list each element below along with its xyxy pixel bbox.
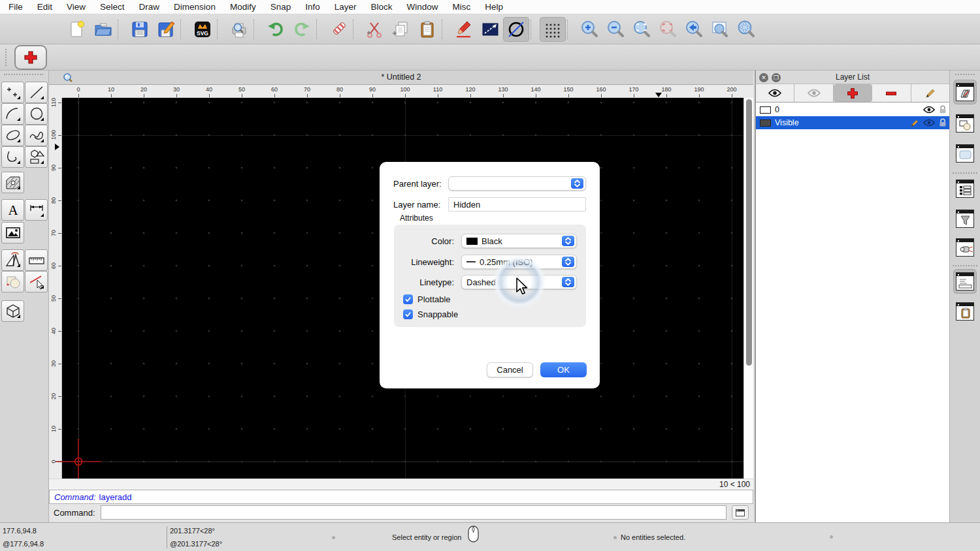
menu-item-help[interactable]: Help [485,2,503,12]
plottable-checkbox-row[interactable]: Plottable [403,294,451,304]
new-document-button[interactable] [64,17,90,42]
menu-item-dimension[interactable]: Dimension [174,2,216,12]
snappable-checkbox-row[interactable]: Snappable [403,309,458,319]
undo-icon [266,20,286,39]
dock-drag-handle[interactable] [955,74,975,75]
scrollbar-thumb[interactable] [746,99,752,366]
spline-tool-button[interactable] [25,125,48,146]
save-button[interactable] [127,17,153,42]
menu-item-modify[interactable]: Modify [230,2,256,12]
isometric-mode-button[interactable] [503,17,529,42]
ok-button[interactable]: OK [540,362,587,377]
new-document-icon [67,20,87,39]
polygon-tool-button[interactable] [25,146,48,168]
command-input[interactable] [101,505,727,520]
command-line-dock-button[interactable] [953,269,977,294]
print-preview-button[interactable] [226,17,252,42]
draw-pen-button[interactable] [451,17,477,42]
delete-entities-button[interactable] [325,17,351,42]
hatch-tool-button[interactable] [1,172,24,193]
layer-lock-icon[interactable] [939,118,947,127]
checkbox-checked-icon[interactable] [403,309,413,319]
show-all-layers-button[interactable] [756,84,794,102]
add-toolbar-button[interactable] [14,45,47,70]
command-history: Command: layeradd [49,490,753,504]
orthogonal-mode-button[interactable] [477,17,503,42]
hide-all-layers-button[interactable] [794,84,833,102]
selection-filter-dock-button[interactable] [953,206,977,231]
measure-tool-button[interactable] [25,249,48,271]
layer-list-dock-button[interactable] [953,80,977,104]
layer-visibility-icon[interactable] [923,119,935,127]
menu-item-window[interactable]: Window [407,2,438,12]
line-tool-button[interactable] [25,82,48,103]
zoom-auto-button[interactable] [629,17,655,42]
export-svg-button[interactable]: SVG [189,17,216,42]
layer-visibility-icon[interactable] [923,106,935,114]
grid-toggle-button[interactable] [540,17,566,42]
zoom-window-button[interactable] [707,17,733,42]
order-tool-button[interactable] [1,271,24,292]
zoom-out-button[interactable] [602,17,629,42]
menu-item-block[interactable]: Block [371,2,393,12]
zoom-pan-button[interactable] [733,17,759,42]
menu-item-layer[interactable]: Layer [335,2,357,12]
ellipse-tool-button[interactable] [1,125,24,146]
menu-item-select[interactable]: Select [100,2,125,12]
library-browser-dock-icon [956,144,974,163]
paste-button[interactable] [414,17,440,42]
view-dock-button[interactable] [953,235,977,260]
layer-row-0[interactable]: 0 [756,103,949,116]
zoom-selection-button[interactable] [655,17,681,42]
menu-item-info[interactable]: Info [305,2,320,12]
image-tool-button[interactable] [1,222,24,244]
cut-button[interactable] [362,17,388,42]
checkbox-checked-icon[interactable] [403,294,413,304]
detach-command-button[interactable] [732,505,749,520]
save-as-button[interactable] [153,17,179,42]
drafting-tools-button[interactable] [1,249,24,271]
action-hint: Select entity or region [392,533,461,541]
block-list-dock-button[interactable] [953,111,977,136]
layer-row-visible[interactable]: Visible [756,116,949,129]
layer-name: 0 [775,105,779,114]
menu-item-misc[interactable]: Misc [453,2,471,12]
open-file-button[interactable] [90,17,116,42]
menu-item-view[interactable]: View [67,2,86,12]
edit-layer-button[interactable] [911,84,949,102]
layer-lock-icon[interactable] [939,105,947,114]
add-layer-button[interactable] [834,84,872,102]
toolbar-drag-handle[interactable] [5,49,10,66]
layer-edit-icon[interactable] [910,118,919,127]
layer-name-field[interactable]: Hidden [448,197,586,212]
menu-item-snap[interactable]: Snap [270,2,291,12]
redo-button[interactable] [289,17,315,42]
dimension-tool-button[interactable] [25,199,48,221]
delete-selected-tool-button[interactable] [25,271,48,292]
cancel-button[interactable]: Cancel [487,362,533,377]
points-tool-button[interactable] [1,82,24,103]
add-layer-dialog: Parent layer: Layer name: Hidden Attribu… [380,162,600,388]
property-list-dock-button[interactable] [953,176,977,201]
library-browser-dock-button[interactable] [953,141,977,166]
dock-drag-handle[interactable] [4,74,43,75]
clipboard-dock-button[interactable] [953,299,977,324]
arc-tool-button[interactable] [1,103,24,125]
undo-button[interactable] [263,17,289,42]
zoom-in-button[interactable] [576,17,602,42]
color-select[interactable]: Black [461,234,577,248]
secondary-toolbar [0,44,980,71]
menu-item-edit[interactable]: Edit [37,2,52,12]
circle-tool-button[interactable] [25,103,48,125]
text-tool-button[interactable]: A [1,199,24,221]
remove-layer-button[interactable] [872,84,911,102]
polyline-tool-button[interactable] [1,146,24,168]
copy-button[interactable] [388,17,414,42]
zoom-previous-button[interactable] [681,17,707,42]
canvas-vertical-scrollbar[interactable] [743,98,753,479]
solid-3d-tool-button[interactable] [1,300,24,322]
command-input-row: Command: [49,504,753,521]
parent-layer-select[interactable] [448,176,586,191]
menu-item-draw[interactable]: Draw [139,2,160,12]
menu-item-file[interactable]: File [8,2,23,12]
